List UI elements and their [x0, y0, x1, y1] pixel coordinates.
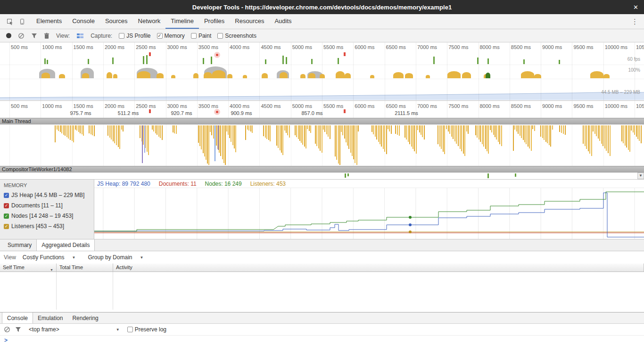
activity-bar[interactable] [60, 125, 61, 132]
activity-bar[interactable] [268, 125, 269, 140]
activity-bar[interactable] [324, 125, 325, 132]
activity-bar[interactable] [464, 125, 465, 156]
filter-icon[interactable] [31, 33, 37, 39]
tab-elements[interactable]: Elements [31, 14, 67, 29]
activity-bar[interactable] [248, 125, 249, 131]
compositor-worker-track[interactable]: ▼ [0, 173, 644, 179]
activity-bar[interactable] [547, 125, 548, 143]
activity-bar[interactable] [498, 125, 499, 142]
activity-bar[interactable] [594, 125, 595, 134]
preserve-log-checkbox[interactable]: Preserve log [127, 326, 166, 333]
activity-bar[interactable] [226, 125, 227, 132]
console-filter-icon[interactable] [15, 327, 21, 332]
activity-bar[interactable] [639, 125, 640, 141]
worker-activity-bar[interactable] [487, 173, 489, 178]
activity-bar[interactable] [107, 125, 108, 136]
activity-bar[interactable] [78, 125, 79, 132]
activity-bar[interactable] [318, 125, 319, 148]
activity-bar[interactable] [76, 125, 77, 131]
activity-bar[interactable] [353, 125, 354, 159]
activity-bar[interactable] [531, 125, 532, 151]
activity-bar[interactable] [378, 125, 379, 142]
activity-bar[interactable] [140, 125, 140, 138]
activity-bar[interactable] [356, 125, 357, 165]
activity-bar[interactable] [534, 125, 535, 131]
activity-bar[interactable] [173, 125, 173, 132]
dropdown-costly-functions[interactable]: Costly Functions▼ [21, 253, 80, 262]
activity-bar[interactable] [304, 125, 305, 147]
activity-bar[interactable] [158, 125, 159, 137]
activity-bar[interactable] [621, 125, 622, 141]
activity-bar[interactable] [66, 125, 67, 137]
activity-bar[interactable] [289, 125, 290, 138]
console-clear-icon[interactable] [4, 326, 10, 333]
activity-bar[interactable] [302, 125, 303, 145]
activity-bar[interactable] [419, 125, 420, 132]
activity-bar[interactable] [235, 125, 236, 152]
activity-bar[interactable] [113, 125, 114, 141]
activity-bar[interactable] [641, 125, 642, 143]
activity-bar[interactable] [225, 125, 226, 165]
activity-bar[interactable] [152, 125, 153, 130]
activity-bar[interactable] [72, 125, 73, 141]
activity-bar[interactable] [282, 125, 283, 155]
activity-bar[interactable] [155, 125, 156, 133]
activity-bar[interactable] [488, 125, 489, 154]
activity-bar[interactable] [405, 125, 405, 138]
scroll-down-button[interactable]: ▼ [637, 173, 644, 179]
activity-bar[interactable] [381, 125, 382, 147]
activity-bar[interactable] [388, 125, 388, 129]
activity-bar[interactable] [501, 125, 502, 146]
activity-bar[interactable] [229, 125, 230, 138]
activity-bar[interactable] [142, 125, 143, 163]
drawer-tab-rendering[interactable]: Rendering [67, 313, 103, 323]
activity-bar[interactable] [316, 125, 317, 146]
activity-bar[interactable] [413, 125, 413, 149]
activity-bar[interactable] [477, 125, 478, 138]
activity-bar[interactable] [540, 125, 541, 137]
activity-bar[interactable] [408, 125, 409, 142]
activity-bar[interactable] [439, 125, 440, 147]
activity-bar[interactable] [160, 125, 161, 138]
activity-bar[interactable] [490, 125, 491, 130]
activity-bar[interactable] [516, 125, 517, 132]
activity-bar[interactable] [203, 125, 204, 153]
view-mode-icon[interactable] [76, 33, 84, 39]
column-header-self-time[interactable]: Self Time▼ [0, 263, 57, 272]
activity-bar[interactable] [482, 125, 483, 144]
activity-bar[interactable] [438, 125, 438, 144]
activity-bar[interactable] [563, 125, 564, 134]
activity-bar[interactable] [65, 125, 66, 136]
activity-bar[interactable] [338, 125, 339, 164]
activity-bar[interactable] [114, 125, 115, 143]
activity-bar[interactable] [513, 125, 514, 151]
activity-bar[interactable] [373, 125, 374, 134]
activity-bar[interactable] [222, 125, 223, 159]
activity-bar[interactable] [344, 125, 345, 139]
activity-bar[interactable] [453, 125, 454, 139]
activity-bar[interactable] [545, 125, 546, 142]
tab-summary[interactable]: Summary [3, 239, 36, 251]
activity-bar[interactable] [68, 125, 69, 139]
activity-bar[interactable] [441, 125, 442, 149]
activity-bar[interactable] [75, 125, 76, 130]
activity-bar[interactable] [485, 125, 486, 149]
activity-bar[interactable] [284, 125, 285, 131]
activity-bar[interactable] [495, 125, 495, 137]
activity-bar[interactable] [596, 125, 597, 136]
overflow-menu-icon[interactable]: ⋮ [631, 17, 638, 26]
activity-bar[interactable] [315, 125, 316, 144]
activity-bar[interactable] [542, 125, 543, 138]
activity-bar[interactable] [636, 125, 637, 137]
activity-bar[interactable] [352, 125, 353, 156]
tab-resources[interactable]: Resources [230, 14, 269, 29]
activity-bar[interactable] [147, 125, 148, 152]
activity-bar[interactable] [406, 125, 407, 140]
activity-bar[interactable] [550, 125, 551, 147]
main-thread-track[interactable] [0, 124, 644, 166]
activity-bar[interactable] [589, 125, 590, 154]
activity-bar[interactable] [336, 125, 337, 160]
activity-bar[interactable] [593, 125, 594, 132]
activity-bar[interactable] [116, 125, 117, 145]
device-mode-icon[interactable] [16, 16, 28, 27]
